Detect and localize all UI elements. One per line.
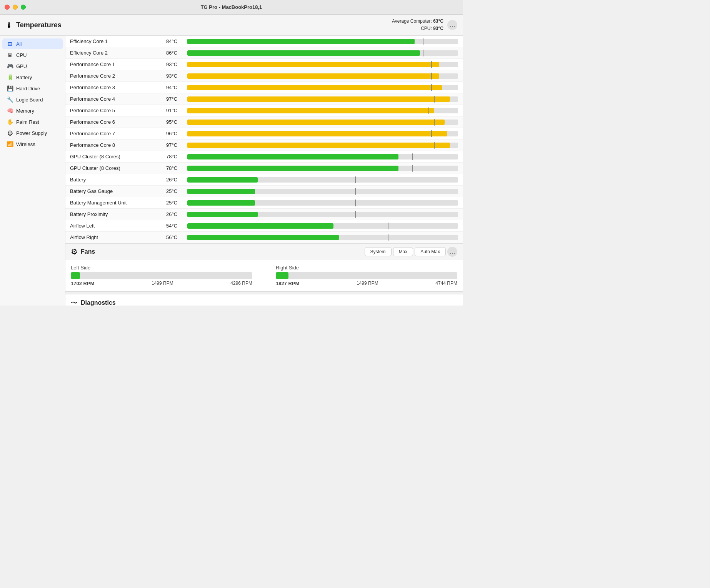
temp-value: 97°C	[166, 96, 187, 102]
fan-left-bar	[71, 272, 80, 279]
temp-bar	[187, 50, 420, 56]
max-button[interactable]: Max	[393, 247, 413, 256]
fan-left-label: Left Side	[71, 265, 252, 271]
sidebar-item-wireless[interactable]: 📶Wireless	[2, 139, 63, 149]
temp-value: 54°C	[166, 223, 187, 229]
palm-rest-icon: ✋	[7, 119, 13, 125]
sidebar-label-memory: Memory	[16, 108, 34, 114]
temp-value: 91°C	[166, 108, 187, 113]
temp-bar-container	[187, 154, 458, 159]
avg-computer: Average Computer: 63°C	[392, 18, 443, 25]
temp-name: Battery Management Unit	[70, 200, 166, 206]
temp-marker	[355, 211, 356, 218]
temp-bar-container	[187, 96, 458, 102]
temp-name: Airflow Left	[70, 223, 166, 229]
fans-more-button[interactable]: …	[447, 247, 457, 257]
table-row: GPU Cluster (8 Cores)78°C	[65, 163, 463, 174]
fan-right-min-rpm: 1499 RPM	[357, 281, 378, 286]
fan-left-bar-row	[71, 272, 252, 279]
temp-bar	[187, 154, 398, 159]
sidebar-label-palm-rest: Palm Rest	[16, 119, 39, 125]
temp-name: Performance Core 5	[70, 108, 166, 113]
temp-marker	[431, 84, 432, 91]
temp-value: 78°C	[166, 154, 187, 159]
sidebar-item-battery[interactable]: 🔋Battery	[2, 72, 63, 83]
temp-bar-container	[187, 166, 458, 171]
sidebar-label-hard-drive: Hard Drive	[16, 86, 40, 91]
temp-marker	[431, 61, 432, 68]
temp-bar-container	[187, 223, 458, 229]
sidebar-item-all[interactable]: ⊞All	[2, 38, 63, 49]
fans-icon: ⚙	[71, 247, 78, 256]
temp-bar	[187, 235, 339, 240]
table-row: Battery Proximity26°C	[65, 209, 463, 220]
fan-right-current-rpm: 1827 RPM	[276, 281, 299, 286]
temp-name: GPU Cluster (8 Cores)	[70, 154, 166, 159]
table-row: Performance Core 591°C	[65, 105, 463, 116]
diagnostics-icon: 〜	[71, 298, 78, 306]
table-row: Airflow Left54°C	[65, 220, 463, 232]
temp-bar-container	[187, 85, 458, 90]
diagnostics-section: 〜 Diagnostics Last Shutdown/SleepNormalF…	[65, 294, 463, 306]
sidebar-label-wireless: Wireless	[16, 141, 35, 147]
system-button[interactable]: System	[365, 247, 392, 256]
sidebar-item-palm-rest[interactable]: ✋Palm Rest	[2, 116, 63, 127]
temp-bar-container	[187, 189, 458, 194]
temp-bar	[187, 143, 450, 148]
cpu-icon: 🖥	[7, 52, 13, 58]
fans-buttons: System Max Auto Max …	[365, 247, 457, 257]
table-row: Performance Core 193°C	[65, 59, 463, 70]
more-button[interactable]: …	[447, 20, 457, 30]
temp-bar-container	[187, 39, 458, 44]
temp-marker	[431, 130, 432, 137]
sidebar-item-logic-board[interactable]: 🔧Logic Board	[2, 94, 63, 105]
temp-marker	[423, 50, 423, 56]
sidebar-item-power-supply[interactable]: ⏻Power Supply	[2, 128, 63, 138]
temp-marker	[434, 96, 435, 103]
sidebar-item-cpu[interactable]: 🖥CPU	[2, 50, 63, 60]
fan-right-max-rpm: 4744 RPM	[435, 281, 457, 286]
fan-left-max-rpm: 4296 RPM	[230, 281, 252, 286]
sidebar-label-battery: Battery	[16, 75, 32, 80]
memory-icon: 🧠	[7, 108, 13, 114]
sidebar-label-all: All	[16, 41, 22, 47]
temp-bar-container	[187, 177, 458, 183]
temp-name: Performance Core 4	[70, 96, 166, 102]
table-row: Efficiency Core 286°C	[65, 47, 463, 59]
sidebar-item-hard-drive[interactable]: 💾Hard Drive	[2, 83, 63, 94]
temp-bar	[187, 189, 255, 194]
table-row: Performance Core 394°C	[65, 82, 463, 93]
temp-bar	[187, 177, 258, 183]
sidebar-item-gpu[interactable]: 🎮GPU	[2, 61, 63, 71]
section-divider	[65, 291, 463, 294]
temp-name: Performance Core 7	[70, 131, 166, 136]
auto-max-button[interactable]: Auto Max	[415, 247, 446, 256]
temp-marker	[428, 107, 429, 114]
main-panel: Efficiency Core 184°CEfficiency Core 286…	[65, 36, 463, 306]
table-row: Airflow Right56°C	[65, 232, 463, 243]
temp-bar-container	[187, 120, 458, 125]
sidebar-label-gpu: GPU	[16, 63, 27, 69]
temp-name: Battery Proximity	[70, 211, 166, 217]
temp-value: 86°C	[166, 50, 187, 56]
sidebar-label-cpu: CPU	[16, 52, 27, 58]
temp-bar-container	[187, 73, 458, 79]
hard-drive-icon: 💾	[7, 85, 13, 91]
temp-bar	[187, 166, 398, 171]
table-row: Performance Core 695°C	[65, 116, 463, 128]
minimize-button[interactable]	[13, 5, 18, 10]
fan-left-bar-container	[71, 272, 252, 279]
temp-name: Airflow Right	[70, 234, 166, 240]
temp-value: 94°C	[166, 85, 187, 90]
sidebar-item-memory[interactable]: 🧠Memory	[2, 105, 63, 116]
main-content: ⊞All🖥CPU🎮GPU🔋Battery💾Hard Drive🔧Logic Bo…	[0, 36, 463, 306]
sidebar-label-power-supply: Power Supply	[16, 130, 47, 136]
app-window: 🌡 Temperatures Average Computer: 63°C CP…	[0, 15, 463, 306]
temp-bar-container	[187, 62, 458, 67]
maximize-button[interactable]	[21, 5, 26, 10]
temp-name: Performance Core 6	[70, 119, 166, 125]
temp-bar	[187, 96, 450, 102]
temp-marker	[431, 73, 432, 80]
close-button[interactable]	[5, 5, 10, 10]
temp-name: Performance Core 2	[70, 73, 166, 79]
